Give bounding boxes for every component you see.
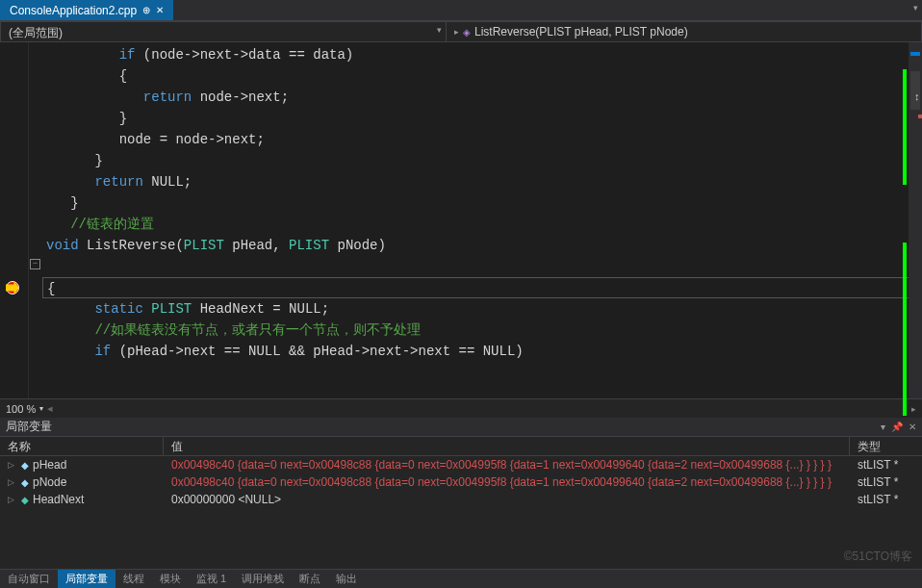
code-line[interactable]: //链表的逆置 [42,214,922,235]
tab-filename: ConsoleApplication2.cpp [10,4,137,17]
expand-icon[interactable]: ▷ [8,477,17,487]
collapse-toggle[interactable]: − [30,259,40,269]
var-value: 0x00498c40 {data=0 next=0x00498c88 {data… [164,458,850,472]
code-editor[interactable]: − { if (node->next->data == data) { retu… [0,42,922,398]
locals-header: 局部变量 ▾ 📌 ✕ [0,418,922,437]
close-icon[interactable]: ✕ [156,5,164,15]
code-line[interactable]: { [42,65,922,87]
dropdown-icon[interactable]: ▾ [881,422,885,432]
locals-row[interactable]: ▷◆HeadNext0x00000000 <NULL>stLIST * [0,491,922,508]
var-name: pHead [33,458,66,472]
code-line[interactable]: static PLIST HeadNext = NULL; [42,298,922,320]
code-line[interactable]: void ListReverse(PLIST pHead, PLIST pNod… [42,235,922,256]
variable-icon: ◆ [21,495,29,505]
variable-icon: ◆ [21,477,29,488]
change-marker [903,243,907,416]
current-line-highlight: { [42,277,922,298]
zoom-dropdown[interactable]: 100 % ▾ [6,403,43,415]
scope-text: (全局范围) [9,26,63,39]
var-name: pNode [33,475,66,489]
function-dropdown[interactable]: ▸ ◈ ListReverse(PLIST pHead, PLIST pNode… [447,22,921,41]
column-type[interactable]: 类型 [850,437,922,455]
code-line[interactable]: if (node->next->data == data) [42,44,922,65]
close-icon[interactable]: ✕ [909,422,916,432]
bottom-tab[interactable]: 线程 [115,570,152,588]
zoom-bar: 100 % ▾ ◂ ▸ [0,398,922,418]
locals-row[interactable]: ▷◆pHead0x00498c40 {data=0 next=0x00498c8… [0,456,922,473]
bottom-tab[interactable]: 监视 1 [189,570,234,588]
bottom-tab[interactable]: 自动窗口 [0,570,58,588]
pin-icon[interactable]: 📌 [891,422,903,432]
bottom-tab[interactable]: 局部变量 [58,570,115,588]
watermark: ©51CTO博客 [844,549,912,565]
expand-icon[interactable]: ▷ [8,460,17,470]
tab-bar: ConsoleApplication2.cpp ⊕ ✕ [0,0,922,21]
code-line[interactable]: //如果链表没有节点，或者只有一个节点，则不予处理 [42,320,922,341]
chevron-down-icon: ▾ [437,25,442,35]
var-type: stLIST * [850,493,922,506]
code-line[interactable]: if (pHead->next == NULL && pHead->next->… [42,341,922,362]
var-value: 0x00000000 <NULL> [164,493,850,506]
var-name: HeadNext [33,493,84,506]
code-content[interactable]: { if (node->next->data == data) { return… [42,42,922,398]
scope-dropdown[interactable]: (全局范围) ▾ [1,22,447,41]
bottom-tabs: 自动窗口局部变量线程模块监视 1调用堆栈断点输出 [0,569,922,588]
var-value: 0x00498c40 {data=0 next=0x00498c88 {data… [164,475,850,489]
column-name[interactable]: 名称 [0,437,164,455]
code-line[interactable]: } [42,150,922,171]
expand-icon[interactable]: ▷ [8,495,17,504]
bottom-tab[interactable]: 输出 [328,570,365,588]
zoom-level: 100 % [6,403,36,415]
code-line[interactable]: node = node->next; [42,129,922,150]
scroll-thumb[interactable] [910,71,920,110]
method-icon: ◈ [463,27,471,38]
chevron-down-icon: ▾ [39,404,43,413]
bottom-tab[interactable]: 模块 [152,570,189,588]
locals-panel: 局部变量 ▾ 📌 ✕ 名称 值 类型 ▷◆pHead0x00498c40 {da… [0,418,922,588]
column-value[interactable]: 值 [164,437,850,455]
variable-icon: ◆ [21,460,29,471]
scroll-mark [910,52,920,56]
locals-row[interactable]: ▷◆pNode0x00498c40 {data=0 next=0x00498c8… [0,473,922,491]
chevron-down-icon: ▾ [913,3,918,13]
bottom-tab[interactable]: 调用堆栈 [234,570,292,588]
locals-columns: 名称 值 类型 [0,437,922,456]
locals-rows: ▷◆pHead0x00498c40 {data=0 next=0x00498c8… [0,456,922,508]
code-line[interactable]: } [42,108,922,129]
chevron-right-icon: ▸ [454,27,459,37]
chevron-left-icon[interactable]: ◂ [47,402,53,415]
bottom-tab[interactable]: 断点 [292,570,328,588]
nav-bar: (全局范围) ▾ ▸ ◈ ListReverse(PLIST pHead, PL… [0,21,922,42]
change-marker [903,69,907,185]
breakpoint-gutter[interactable] [0,42,29,398]
chevron-right-icon[interactable]: ▸ [911,404,916,414]
file-tab[interactable]: ConsoleApplication2.cpp ⊕ ✕ [0,0,173,20]
function-text: ListReverse(PLIST pHead, PLIST pNode) [474,25,688,38]
var-type: stLIST * [850,458,922,472]
code-line[interactable]: return node->next; [42,87,922,108]
code-line[interactable]: return NULL; [42,171,922,192]
var-type: stLIST * [850,475,922,489]
locals-title: 局部变量 [6,419,52,435]
scroll-mark [918,115,922,118]
outline-gutter[interactable]: − [29,42,42,398]
split-icon[interactable]: ↕ [913,91,920,103]
code-line[interactable]: } [42,192,922,214]
pin-icon[interactable]: ⊕ [142,5,150,15]
